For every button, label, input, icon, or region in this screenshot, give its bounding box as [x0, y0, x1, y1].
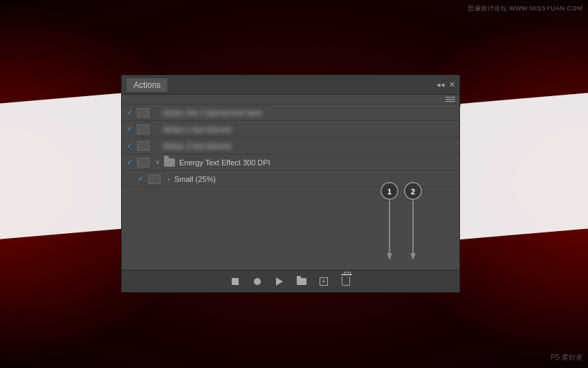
- record-button[interactable]: [251, 275, 264, 288]
- action-label: Energy Text Effect 300 DPI: [179, 158, 459, 167]
- watermark: 思缘设计论坛 WWW.MISSYUAN.COM: [468, 4, 582, 13]
- check-mark: ✓: [122, 108, 137, 117]
- action-label: Small (25%): [174, 175, 459, 183]
- folder-icon: [163, 158, 176, 167]
- check-mark: ✓: [122, 158, 137, 167]
- new-action-button[interactable]: [318, 275, 330, 288]
- minimize-button[interactable]: ◂◂: [437, 80, 445, 89]
- action-row[interactable]: ✓ Action 2 text blurred: [122, 138, 459, 154]
- close-button[interactable]: ✕: [449, 80, 455, 89]
- panel-menu-icon[interactable]: [445, 97, 455, 102]
- color-box: [137, 108, 149, 118]
- actions-panel: Actions ◂◂ ✕ ✓ Action Set 1 blurred text…: [121, 75, 460, 293]
- menu-line-3: [445, 101, 455, 102]
- trash-icon: [342, 277, 350, 286]
- panel-titlebar: Actions ◂◂ ✕: [122, 75, 459, 95]
- stop-button[interactable]: [229, 275, 241, 288]
- action-label: Action Set 1 blurred text here: [163, 109, 459, 117]
- record-icon: [254, 278, 261, 285]
- panel-title-tab[interactable]: Actions: [126, 77, 168, 92]
- stop-icon: [232, 278, 239, 285]
- check-mark: ✓: [122, 125, 137, 134]
- action-label: Action 1 text blurred: [163, 125, 459, 134]
- check-mark: ✓: [122, 141, 137, 150]
- color-box: [137, 158, 149, 167]
- ps-logo: PS 爱好者: [551, 353, 582, 362]
- action-label: Action 2 text blurred: [163, 142, 459, 150]
- action-list: ✓ Action Set 1 blurred text here ✓ Actio…: [122, 104, 459, 270]
- panel-toolbar: [122, 270, 459, 292]
- menu-line-1: [445, 97, 455, 98]
- action-row[interactable]: ✓ Action Set 1 blurred text here: [122, 104, 459, 121]
- new-action-icon: [320, 277, 328, 286]
- menu-line-2: [445, 99, 455, 100]
- panel-controls: ◂◂ ✕: [437, 80, 455, 89]
- action-row[interactable]: ✓ Action 1 text blurred: [122, 121, 459, 138]
- expand-col: ›: [163, 176, 174, 183]
- panel-menu-row: [122, 95, 459, 104]
- play-icon: [276, 277, 283, 286]
- delete-button[interactable]: [340, 275, 352, 288]
- folder-icon: [297, 278, 306, 285]
- play-button[interactable]: [273, 275, 286, 288]
- color-box: [148, 174, 160, 184]
- expand-col: ∨: [152, 159, 163, 165]
- new-set-button[interactable]: [295, 275, 308, 288]
- action-row-small[interactable]: ✓ › Small (25%): [122, 171, 459, 187]
- color-box: [137, 141, 149, 151]
- check-mark: ✓: [133, 174, 148, 183]
- color-box: [137, 125, 149, 134]
- action-row-energy[interactable]: ✓ ∨ Energy Text Effect 300 DPI: [122, 154, 459, 171]
